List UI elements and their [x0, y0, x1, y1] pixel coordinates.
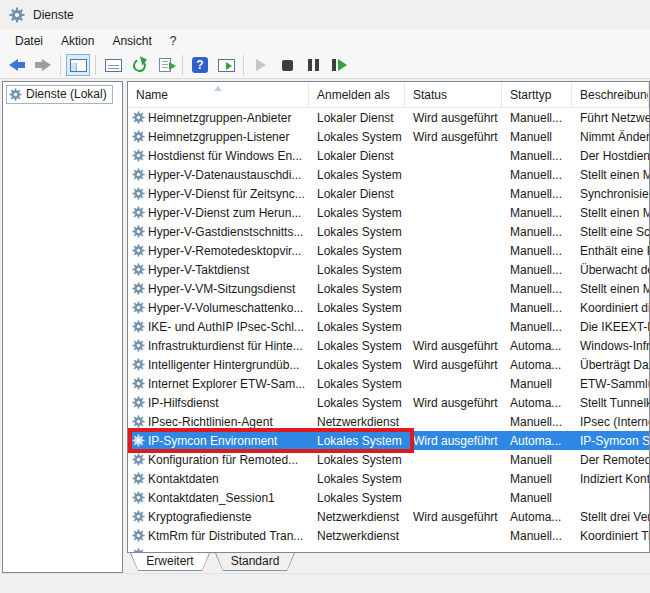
menu-help[interactable]: ? [161, 32, 186, 50]
help-icon[interactable]: ? [188, 54, 212, 76]
service-starttype: Manuell... [502, 529, 572, 543]
toolbar-separator [60, 55, 61, 75]
column-header-beschreibung[interactable]: Beschreibung [572, 82, 649, 107]
service-starttype: Manuell... [502, 244, 572, 258]
forward-icon[interactable] [31, 54, 55, 76]
service-gear-icon [132, 472, 145, 485]
service-logon-as: Netzwerkdienst [309, 415, 405, 429]
service-gear-icon [132, 320, 145, 333]
service-name: Hyper-V-Gastdienstschnitts... [148, 225, 303, 239]
list-header: Name Anmelden als Status Starttyp Beschr… [128, 82, 649, 108]
service-logon-as: Lokales System [309, 358, 405, 372]
column-header-anmelden-als[interactable]: Anmelden als [309, 82, 405, 107]
table-row[interactable]: Hyper-V-Datenaustauschdi... Lokales Syst… [128, 165, 649, 184]
extended-view-icon[interactable] [214, 54, 238, 76]
service-starttype: Manuell... [502, 415, 572, 429]
service-starttype: Automa... [502, 434, 572, 448]
service-gear-icon [132, 301, 145, 314]
service-name: Hyper-V-Datenaustauschdi... [148, 168, 301, 182]
service-gear-icon [132, 339, 145, 352]
show-console-tree-icon[interactable] [66, 54, 90, 76]
tab-standard[interactable]: Standard [215, 553, 295, 571]
service-name: IP-Hilfsdienst [148, 396, 219, 410]
services-gear-icon [9, 7, 25, 23]
table-row[interactable]: Infrastrukturdienst für Hinte... Lokales… [128, 336, 649, 355]
table-row[interactable]: IPsec-Richtlinien-Agent Netzwerkdienst M… [128, 412, 649, 431]
service-name: KtmRm für Distributed Tran... [148, 529, 303, 543]
refresh-icon[interactable] [127, 54, 151, 76]
properties-icon[interactable] [101, 54, 125, 76]
service-starttype: Automa... [502, 339, 572, 353]
content-area: Dienste (Lokal) Name Anmelden als Status… [0, 79, 650, 573]
service-name: Hostdienst für Windows En... [148, 149, 302, 163]
table-row[interactable]: Kryptografiedienste Netzwerkdienst Wird … [128, 507, 649, 526]
service-name: Infrastrukturdienst für Hinte... [148, 339, 303, 353]
service-gear-icon [132, 510, 145, 523]
service-status: Wird ausgeführt [405, 339, 502, 353]
service-gear-icon [132, 206, 145, 219]
table-row[interactable]: Hyper-V-Remotedesktopvir... Lokales Syst… [128, 241, 649, 260]
service-gear-icon [132, 282, 145, 295]
tree-item-dienste-lokal[interactable]: Dienste (Lokal) [6, 85, 113, 104]
service-gear-icon [132, 548, 145, 552]
service-name: Intelligenter Hintergrundüb... [148, 358, 299, 372]
start-service-icon[interactable] [249, 54, 273, 76]
menu-aktion[interactable]: Aktion [52, 32, 103, 50]
column-header-status[interactable]: Status [405, 82, 502, 107]
table-row[interactable]: Hyper-V-Dienst für Zeitsync... Lokaler D… [128, 184, 649, 203]
back-icon[interactable] [5, 54, 29, 76]
toolbar-separator [243, 55, 244, 75]
service-gear-icon [132, 130, 145, 143]
menu-ansicht[interactable]: Ansicht [103, 32, 160, 50]
pause-service-icon[interactable] [301, 54, 325, 76]
restart-service-icon[interactable] [327, 54, 351, 76]
table-row-partial[interactable] [128, 545, 649, 552]
table-row[interactable]: Kontaktdaten Lokales System Manuell Indi… [128, 469, 649, 488]
table-row[interactable]: Kontaktdaten_Session1 Lokales System Man… [128, 488, 649, 507]
table-row[interactable]: Hyper-V-Taktdienst Lokales System Manuel… [128, 260, 649, 279]
table-row[interactable]: KtmRm für Distributed Tran... Netzwerkdi… [128, 526, 649, 545]
table-row[interactable]: Hyper-V-Dienst zum Herun... Lokales Syst… [128, 203, 649, 222]
service-description: Koordiniert Tr... [572, 529, 649, 543]
table-row[interactable]: IKE- und AuthIP IPsec-Schl... Lokales Sy… [128, 317, 649, 336]
service-logon-as: Lokales System [309, 396, 405, 410]
view-tabstrip: Erweitert Standard [127, 553, 650, 572]
service-description: Stellt einen M... [572, 168, 649, 182]
table-row[interactable]: Hyper-V-Gastdienstschnitts... Lokales Sy… [128, 222, 649, 241]
service-description: Stellt drei Ver... [572, 510, 649, 524]
table-row[interactable]: IP-Hilfsdienst Lokales System Wird ausge… [128, 393, 649, 412]
table-rows: Heimnetzgruppen-Anbieter Lokaler Dienst … [128, 108, 649, 552]
table-row[interactable]: Heimnetzgruppen-Anbieter Lokaler Dienst … [128, 108, 649, 127]
service-description: Überträgt Dat... [572, 358, 649, 372]
service-gear-icon [132, 263, 145, 276]
service-logon-as: Lokales System [309, 453, 405, 467]
table-row[interactable]: Heimnetzgruppen-Listener Lokales System … [128, 127, 649, 146]
service-description: Windows-Infr... [572, 339, 649, 353]
service-gear-icon [132, 111, 145, 124]
table-row[interactable]: Intelligenter Hintergrundüb... Lokales S… [128, 355, 649, 374]
tab-erweitert[interactable]: Erweitert [130, 553, 210, 571]
service-logon-as: Lokales System [309, 168, 405, 182]
table-row[interactable]: Internet Explorer ETW-Sam... Lokales Sys… [128, 374, 649, 393]
service-starttype: Automa... [502, 396, 572, 410]
service-logon-as: Lokales System [309, 434, 405, 448]
stop-service-icon[interactable] [275, 54, 299, 76]
service-status: Wird ausgeführt [405, 396, 502, 410]
service-starttype: Manuell... [502, 282, 572, 296]
service-name: Kontaktdaten [148, 472, 219, 486]
table-row[interactable]: Hostdienst für Windows En... Lokaler Die… [128, 146, 649, 165]
service-starttype: Manuell... [502, 320, 572, 334]
service-description: Indiziert Kont... [572, 472, 649, 486]
service-logon-as: Lokaler Dienst [309, 111, 405, 125]
service-starttype: Manuell... [502, 206, 572, 220]
table-row[interactable]: Hyper-V-Volumeschattenko... Lokales Syst… [128, 298, 649, 317]
export-list-icon[interactable] [153, 54, 177, 76]
service-description: Führt Netzwe... [572, 111, 649, 125]
menu-datei[interactable]: Datei [6, 32, 52, 50]
service-description: IP-Symcon S... [572, 434, 649, 448]
column-header-starttyp[interactable]: Starttyp [502, 82, 572, 107]
table-row[interactable]: IP-Symcon Environment Lokales System Wir… [128, 431, 649, 450]
service-logon-as: Lokaler Dienst [309, 187, 405, 201]
table-row[interactable]: Konfiguration für Remoted... Lokales Sys… [128, 450, 649, 469]
table-row[interactable]: Hyper-V-VM-Sitzungsdienst Lokales System… [128, 279, 649, 298]
